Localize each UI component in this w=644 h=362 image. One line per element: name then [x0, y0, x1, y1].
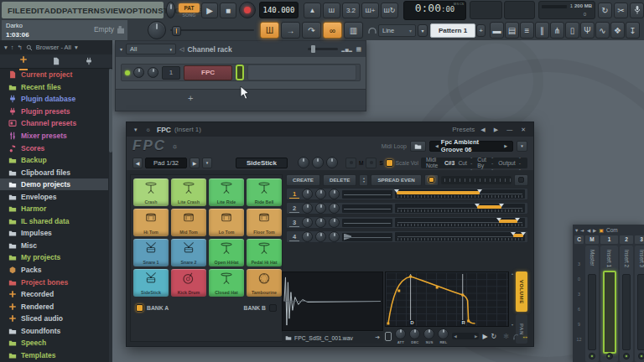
countdown-icon[interactable]: 3.2: [342, 3, 360, 18]
browser-tab-files[interactable]: [52, 54, 60, 69]
browser-item[interactable]: Scores: [0, 142, 108, 154]
browser-item[interactable]: My projects: [0, 251, 108, 264]
pitch-slider-thumb[interactable]: [172, 26, 181, 36]
cut-by-value[interactable]: ---: [491, 154, 495, 172]
swing-slider[interactable]: [308, 48, 338, 50]
pad-volume-knob[interactable]: [312, 157, 324, 168]
browser-item[interactable]: Recorded: [0, 288, 108, 301]
pad-next-button[interactable]: ▶: [190, 158, 200, 168]
menu-item[interactable]: PATTERNS: [62, 6, 105, 15]
layer-options-button[interactable]: [514, 174, 528, 186]
fpc-preset-selector[interactable]: ◀ Fpc Ambient Groove 06 ▶: [429, 141, 513, 152]
layer-volume-knob[interactable]: [315, 203, 326, 214]
drum-pad[interactable]: Crash: [133, 178, 169, 206]
mixer-strip[interactable]: 2 Insert 2: [620, 235, 633, 362]
layer-number[interactable]: 3: [289, 219, 299, 227]
mixer-strip-led[interactable]: [589, 353, 595, 359]
drum-pad[interactable]: Lo Tom: [209, 209, 244, 236]
channel-volume-knob[interactable]: [148, 67, 158, 78]
velocity-range-bar[interactable]: [499, 220, 517, 223]
graph-editor-icon[interactable]: ▂▅▂: [341, 47, 352, 52]
delete-layer-button[interactable]: DELETE: [323, 174, 356, 186]
main-volume-knob[interactable]: [148, 21, 166, 39]
channel-button-fpc[interactable]: FPC: [184, 65, 232, 80]
mixer-fader[interactable]: [622, 274, 631, 350]
preset-prev-button[interactable]: ◀: [478, 127, 487, 133]
menu-item[interactable]: ADD: [44, 6, 62, 15]
browser-item[interactable]: IL shared data: [0, 215, 108, 228]
menu-item[interactable]: FILE: [8, 6, 25, 15]
preset-prev-icon[interactable]: ◀: [433, 143, 441, 148]
plugin-menu-icon[interactable]: ▾: [132, 127, 140, 133]
tempo-display[interactable]: 140.000: [259, 2, 299, 18]
browser-item[interactable]: Channel presets: [0, 117, 108, 130]
headphones-icon[interactable]: [512, 333, 518, 340]
velocity-range-bar[interactable]: [513, 234, 523, 237]
scale-column-header[interactable]: C: [574, 235, 584, 244]
bank-b-led[interactable]: [269, 304, 277, 312]
browser-up-icon[interactable]: ↑: [11, 44, 14, 51]
spread-even-button[interactable]: SPREAD EVEN: [371, 174, 421, 186]
browser-filter-dropdown-icon[interactable]: ▾: [75, 44, 78, 51]
project-picker-icon[interactable]: ▯: [565, 22, 579, 39]
preset-next-button[interactable]: ▶: [491, 127, 501, 133]
sample-filename[interactable]: FPC_SdSt_C_001.wav: [294, 335, 353, 341]
drum-pad[interactable]: Kick Drum: [171, 269, 206, 297]
layer-spinner[interactable]: ▴▾: [359, 174, 368, 186]
rack-menu-icon[interactable]: ▾: [120, 46, 122, 52]
velocity-range-bar[interactable]: [397, 191, 480, 194]
layer-pan-knob[interactable]: [302, 217, 313, 228]
layer-pan-knob[interactable]: [302, 231, 313, 242]
layer-volume-knob[interactable]: [315, 189, 326, 199]
drum-pad[interactable]: Ride Bell: [247, 178, 282, 206]
stop-button[interactable]: ■: [220, 3, 236, 18]
volume-tab[interactable]: VOLUME: [516, 272, 527, 312]
export-icon[interactable]: ↧: [626, 22, 640, 39]
mixer-prev-icon[interactable]: ◀: [587, 228, 590, 233]
channel-rack-icon[interactable]: ≡: [520, 22, 534, 39]
menu-item[interactable]: EDIT: [25, 6, 44, 15]
record-button[interactable]: [239, 2, 256, 18]
browser-item[interactable]: Impulses: [0, 227, 108, 240]
pat-mode-button[interactable]: PAT: [179, 3, 200, 13]
adsr-knob[interactable]: DEC: [409, 328, 420, 344]
piano-roll-icon[interactable]: ▤: [505, 22, 519, 39]
drum-pad[interactable]: Pedal Hi Hat: [247, 239, 282, 266]
drum-pad[interactable]: Snare 1: [133, 239, 169, 266]
minimize-button[interactable]: —: [504, 127, 515, 132]
pad-prev-button[interactable]: ◀: [132, 158, 143, 168]
master-pitch-slider[interactable]: [170, 24, 254, 36]
cut-itself-button[interactable]: ✂: [614, 3, 628, 18]
pad-tune-knob[interactable]: [326, 157, 338, 168]
preset-dropdown-button[interactable]: ▾: [517, 141, 527, 152]
drum-pad[interactable]: Tambourine: [247, 269, 282, 297]
pad-dropdown-button[interactable]: ▾: [202, 158, 212, 168]
browser-item[interactable]: Backup: [0, 154, 108, 167]
pat-song-switch[interactable]: PAT SONG: [179, 2, 200, 18]
drum-pad[interactable]: Floor Tom: [247, 209, 282, 236]
browser-item[interactable]: Templates: [0, 349, 108, 362]
menu-item[interactable]: VIEW: [105, 6, 126, 15]
drum-pad[interactable]: SideStick: [133, 269, 169, 297]
swing-slider-thumb[interactable]: [311, 45, 315, 53]
mixer-strip-number[interactable]: 1: [600, 235, 618, 244]
drum-pad[interactable]: Lite Ride: [209, 178, 244, 206]
adsr-knob[interactable]: SUS: [423, 328, 434, 344]
layer-tune-knob[interactable]: [329, 231, 340, 242]
channel-enable-led[interactable]: [125, 70, 130, 75]
time-display[interactable]: 0:00 :00 M:S:CS: [403, 1, 466, 20]
bank-a-led[interactable]: [136, 304, 143, 312]
browser-item[interactable]: Current project: [0, 69, 108, 81]
tuner-icon[interactable]: ∿: [595, 22, 610, 39]
layer-waveform-thumbnail[interactable]: [342, 219, 392, 227]
midi-note-value[interactable]: C#3: [444, 160, 454, 166]
add-pattern-button[interactable]: +: [476, 24, 486, 37]
mic-record-button[interactable]: [630, 3, 644, 18]
search-icon[interactable]: [26, 44, 33, 51]
song-mode-label[interactable]: SONG: [182, 13, 195, 18]
metronome-icon[interactable]: ▲: [304, 3, 321, 18]
play-button[interactable]: ▶: [201, 3, 218, 18]
browser-item[interactable]: Rendered: [0, 300, 108, 313]
touch-icon[interactable]: ❖: [610, 22, 625, 39]
layer-tune-knob[interactable]: [329, 217, 340, 228]
